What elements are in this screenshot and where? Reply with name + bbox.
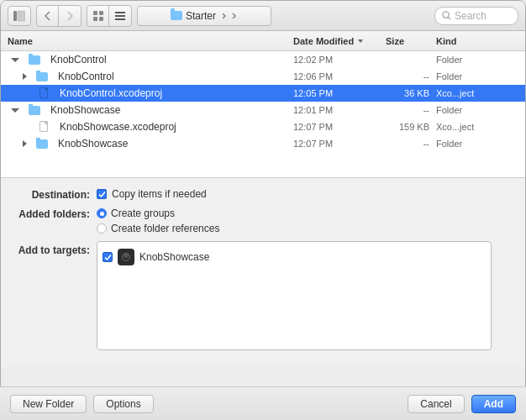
file-row[interactable]: KnobControl12:06 PM--Folder bbox=[1, 68, 525, 85]
file-row[interactable]: KnobShowcase.xcodeproj12:07 PM159 KBXco.… bbox=[1, 118, 525, 135]
file-size: 159 KB bbox=[386, 122, 436, 132]
destination-content: Copy items if needed bbox=[97, 188, 207, 200]
file-size: 36 KB bbox=[386, 88, 436, 98]
back-button[interactable] bbox=[37, 6, 59, 26]
col-kind-header[interactable]: Kind bbox=[436, 36, 518, 46]
targets-box: KnobShowcase bbox=[97, 241, 492, 350]
svg-rect-8 bbox=[115, 18, 125, 20]
svg-rect-7 bbox=[115, 15, 125, 17]
target-checkbox[interactable] bbox=[103, 252, 113, 262]
create-groups-radio[interactable] bbox=[97, 208, 107, 218]
sidebar-toggle-button[interactable] bbox=[8, 6, 31, 26]
create-groups-label: Create groups bbox=[111, 207, 175, 219]
location-bar[interactable]: Starter bbox=[137, 6, 271, 26]
file-name-text: KnobControl bbox=[50, 54, 107, 66]
file-row[interactable]: KnobShowcase12:01 PM--Folder bbox=[1, 102, 525, 118]
svg-rect-3 bbox=[99, 11, 103, 15]
folder-icon bbox=[36, 139, 48, 149]
create-folder-refs-label: Create folder references bbox=[111, 223, 219, 234]
create-folder-refs-radio[interactable] bbox=[97, 223, 107, 234]
svg-rect-0 bbox=[13, 11, 17, 21]
expand-closed-icon[interactable] bbox=[23, 140, 27, 147]
file-date: 12:05 PM bbox=[293, 88, 386, 98]
svg-rect-1 bbox=[18, 11, 25, 21]
search-bar[interactable]: Search bbox=[434, 7, 518, 25]
search-placeholder: Search bbox=[455, 10, 487, 22]
svg-rect-6 bbox=[115, 12, 125, 13]
app-icon bbox=[118, 249, 134, 265]
added-folders-content: Create groups Create folder references bbox=[97, 207, 219, 234]
svg-rect-4 bbox=[93, 17, 97, 21]
folder-icon bbox=[29, 55, 40, 65]
toolbar: Starter Search bbox=[1, 1, 525, 31]
footer-right: Cancel Add bbox=[408, 395, 516, 413]
svg-rect-2 bbox=[93, 11, 97, 15]
folder-icon bbox=[36, 72, 48, 81]
list-view-button[interactable] bbox=[109, 6, 131, 26]
xcodeproj-icon bbox=[39, 87, 50, 99]
file-name-cell: KnobControl.xcodeproj bbox=[8, 87, 293, 99]
col-name-header[interactable]: Name bbox=[8, 36, 293, 46]
file-kind: Folder bbox=[436, 55, 518, 65]
footer-left: New Folder Options bbox=[10, 395, 154, 413]
file-date: 12:07 PM bbox=[293, 139, 386, 149]
file-list: KnobControl12:02 PMFolderKnobControl12:0… bbox=[1, 51, 525, 177]
file-name-cell: KnobShowcase bbox=[8, 104, 293, 116]
expand-open-icon[interactable] bbox=[11, 108, 19, 113]
file-size: -- bbox=[386, 105, 436, 115]
file-kind: Folder bbox=[436, 139, 518, 149]
file-row[interactable]: KnobControl12:02 PMFolder bbox=[1, 51, 525, 68]
file-name-text: KnobShowcase bbox=[50, 104, 120, 116]
new-folder-button[interactable]: New Folder bbox=[10, 395, 87, 413]
icon-view-button[interactable] bbox=[87, 6, 109, 26]
file-name-text: KnobShowcase.xcodeproj bbox=[60, 121, 176, 133]
forward-button[interactable] bbox=[59, 6, 81, 26]
target-item: KnobShowcase bbox=[103, 247, 486, 267]
file-name-text: KnobControl bbox=[58, 71, 114, 82]
file-size: -- bbox=[386, 71, 436, 81]
location-label: Starter bbox=[186, 10, 216, 22]
destination-label: Destination: bbox=[14, 188, 90, 201]
added-folders-row: Added folders: Create groups Create fold… bbox=[14, 207, 512, 234]
destination-checkbox[interactable] bbox=[97, 189, 107, 199]
cancel-button[interactable]: Cancel bbox=[408, 395, 464, 413]
file-name-text: KnobControl.xcodeproj bbox=[60, 87, 162, 99]
file-date: 12:07 PM bbox=[293, 122, 386, 132]
options-button[interactable]: Options bbox=[93, 395, 153, 413]
expand-open-icon[interactable] bbox=[11, 58, 19, 62]
file-name-cell: KnobShowcase bbox=[8, 138, 293, 150]
file-date: 12:06 PM bbox=[293, 71, 386, 81]
file-name-text: KnobShowcase bbox=[58, 138, 128, 150]
col-size-header[interactable]: Size bbox=[386, 36, 436, 46]
add-targets-content: KnobShowcase bbox=[97, 241, 492, 350]
nav-buttons bbox=[36, 5, 82, 27]
file-kind: Folder bbox=[436, 105, 518, 115]
file-row[interactable]: KnobControl.xcodeproj12:05 PM36 KBXco...… bbox=[1, 85, 525, 102]
footer: New Folder Options Cancel Add bbox=[0, 386, 526, 420]
file-kind: Xco...ject bbox=[436, 88, 518, 98]
file-kind: Xco...ject bbox=[436, 122, 518, 132]
col-date-header[interactable]: Date Modified bbox=[293, 36, 386, 46]
svg-line-10 bbox=[448, 17, 450, 19]
file-kind: Folder bbox=[436, 71, 518, 81]
target-name: KnobShowcase bbox=[139, 251, 209, 263]
add-button[interactable]: Add bbox=[471, 395, 516, 413]
add-targets-label: Add to targets: bbox=[14, 241, 90, 256]
folder-icon bbox=[171, 11, 182, 20]
create-groups-item: Create groups bbox=[97, 207, 219, 219]
folder-icon bbox=[29, 106, 40, 115]
destination-row: Destination: Copy items if needed bbox=[14, 188, 512, 201]
view-buttons bbox=[87, 5, 132, 27]
file-list-header: Name Date Modified Size Kind bbox=[1, 31, 525, 51]
file-size: -- bbox=[386, 139, 436, 149]
file-date: 12:02 PM bbox=[293, 55, 386, 65]
create-folder-refs-item: Create folder references bbox=[97, 223, 219, 234]
file-row[interactable]: KnobShowcase12:07 PM--Folder bbox=[1, 135, 525, 152]
file-name-cell: KnobControl bbox=[8, 71, 293, 82]
file-date: 12:01 PM bbox=[293, 105, 386, 115]
sort-arrow-icon bbox=[358, 39, 363, 43]
destination-text: Copy items if needed bbox=[112, 188, 207, 200]
add-targets-row: Add to targets: KnobShowcase bbox=[14, 241, 512, 350]
expand-closed-icon[interactable] bbox=[23, 73, 27, 80]
svg-point-9 bbox=[443, 12, 449, 18]
